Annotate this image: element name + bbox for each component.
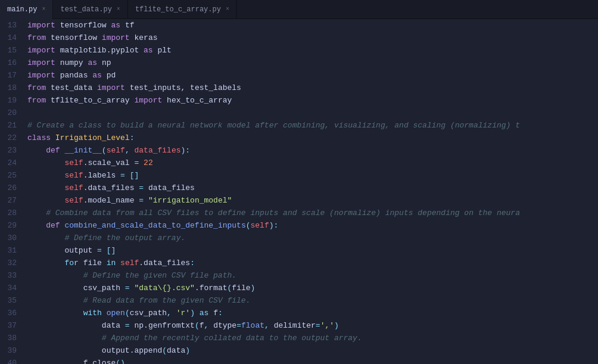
- line-content: # Append the recently collated data to t…: [25, 332, 598, 344]
- line-number: 18: [0, 82, 25, 94]
- tab-tflite_to_c_array-py[interactable]: tflite_to_c_array.py×: [128, 0, 237, 19]
- line-number: 17: [0, 69, 25, 82]
- tab-label: main.py: [7, 5, 37, 14]
- table-row: 23 def __init__(self, data_files):: [0, 144, 598, 157]
- line-content: f.close(): [25, 357, 598, 364]
- line-number: 33: [0, 269, 25, 282]
- line-content: self.labels = []: [25, 169, 598, 182]
- table-row: 13import tensorflow as tf: [0, 19, 598, 32]
- table-row: 25 self.labels = []: [0, 169, 598, 182]
- line-content: def __init__(self, data_files):: [25, 144, 598, 157]
- line-content: from test_data import test_inputs, test_…: [25, 82, 598, 94]
- tab-label: test_data.py: [60, 5, 111, 14]
- line-content: # Create a class to build a neural netwo…: [25, 119, 598, 132]
- table-row: 28 # Combine data from all CSV files to …: [0, 207, 598, 219]
- tab-test_data-py[interactable]: test_data.py×: [53, 0, 127, 19]
- table-row: 29 def combine_and_scale_data_to_define_…: [0, 219, 598, 232]
- tab-main-py[interactable]: main.py×: [0, 0, 53, 19]
- line-number: 19: [0, 94, 25, 107]
- table-row: 37 data = np.genfromtxt(f, dtype=float, …: [0, 319, 598, 332]
- line-number: 15: [0, 44, 25, 57]
- table-row: 39 output.append(data): [0, 344, 598, 357]
- table-row: 26 self.data_files = data_files: [0, 182, 598, 194]
- line-content: class Irrigation_Level:: [25, 132, 598, 144]
- line-number: 32: [0, 257, 25, 269]
- table-row: 27 self.model_name = "irrigation_model": [0, 194, 598, 207]
- table-row: 17import pandas as pd: [0, 69, 598, 82]
- line-number: 25: [0, 169, 25, 182]
- line-content: # Define the given CSV file path.: [25, 269, 598, 282]
- line-number: 20: [0, 107, 25, 119]
- table-row: 35 # Read data from the given CSV file.: [0, 294, 598, 307]
- line-content: from tflite_to_c_array import hex_to_c_a…: [25, 94, 598, 107]
- table-row: 14from tensorflow import keras: [0, 32, 598, 44]
- line-content: import numpy as np: [25, 57, 598, 69]
- line-number: 28: [0, 207, 25, 219]
- table-row: 15import matplotlib.pyplot as plt: [0, 44, 598, 57]
- table-row: 34 csv_path = "data\{}.csv".format(file): [0, 282, 598, 294]
- line-number: 38: [0, 332, 25, 344]
- line-number: 26: [0, 182, 25, 194]
- line-content: csv_path = "data\{}.csv".format(file): [25, 282, 598, 294]
- line-content: # Read data from the given CSV file.: [25, 294, 598, 307]
- line-number: 29: [0, 219, 25, 232]
- tab-bar: main.py×test_data.py×tflite_to_c_array.p…: [0, 0, 598, 19]
- line-number: 16: [0, 57, 25, 69]
- table-row: 16import numpy as np: [0, 57, 598, 69]
- line-content: self.scale_val = 22: [25, 157, 598, 169]
- line-content: self.data_files = data_files: [25, 182, 598, 194]
- line-content: [25, 107, 598, 119]
- table-row: 20: [0, 107, 598, 119]
- line-number: 36: [0, 307, 25, 319]
- line-content: import pandas as pd: [25, 69, 598, 82]
- line-number: 31: [0, 244, 25, 257]
- line-number: 24: [0, 157, 25, 169]
- table-row: 36 with open(csv_path, 'r') as f:: [0, 307, 598, 319]
- line-number: 27: [0, 194, 25, 207]
- line-content: from tensorflow import keras: [25, 32, 598, 44]
- line-number: 23: [0, 144, 25, 157]
- tab-label: tflite_to_c_array.py: [135, 5, 221, 14]
- table-row: 30 # Define the output array.: [0, 232, 598, 244]
- tab-close-icon[interactable]: ×: [226, 6, 229, 13]
- line-content: self.model_name = "irrigation_model": [25, 194, 598, 207]
- line-content: import tensorflow as tf: [25, 19, 598, 32]
- line-number: 39: [0, 344, 25, 357]
- line-content: data = np.genfromtxt(f, dtype=float, del…: [25, 319, 598, 332]
- line-number: 13: [0, 19, 25, 32]
- line-number: 35: [0, 294, 25, 307]
- table-row: 19from tflite_to_c_array import hex_to_c…: [0, 94, 598, 107]
- line-number: 21: [0, 119, 25, 132]
- table-row: 33 # Define the given CSV file path.: [0, 269, 598, 282]
- tab-close-icon[interactable]: ×: [117, 6, 120, 13]
- table-row: 31 output = []: [0, 244, 598, 257]
- line-content: with open(csv_path, 'r') as f:: [25, 307, 598, 319]
- line-content: output = []: [25, 244, 598, 257]
- line-number: 30: [0, 232, 25, 244]
- table-row: 24 self.scale_val = 22: [0, 157, 598, 169]
- line-number: 37: [0, 319, 25, 332]
- line-content: # Define the output array.: [25, 232, 598, 244]
- table-row: 21# Create a class to build a neural net…: [0, 119, 598, 132]
- line-number: 34: [0, 282, 25, 294]
- line-content: # Combine data from all CSV files to def…: [25, 207, 598, 219]
- line-content: def combine_and_scale_data_to_define_inp…: [25, 219, 598, 232]
- table-row: 32 for file in self.data_files:: [0, 257, 598, 269]
- tab-close-icon[interactable]: ×: [42, 6, 45, 13]
- table-row: 18from test_data import test_inputs, tes…: [0, 82, 598, 94]
- table-row: 40 f.close(): [0, 357, 598, 364]
- line-number: 22: [0, 132, 25, 144]
- code-area: 13import tensorflow as tf14from tensorfl…: [0, 19, 598, 364]
- table-row: 22class Irrigation_Level:: [0, 132, 598, 144]
- line-number: 40: [0, 357, 25, 364]
- line-content: import matplotlib.pyplot as plt: [25, 44, 598, 57]
- line-content: output.append(data): [25, 344, 598, 357]
- line-content: for file in self.data_files:: [25, 257, 598, 269]
- line-number: 14: [0, 32, 25, 44]
- table-row: 38 # Append the recently collated data t…: [0, 332, 598, 344]
